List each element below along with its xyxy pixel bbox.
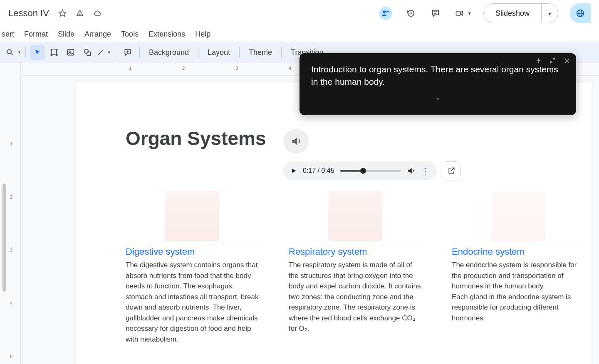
share-button[interactable]: [570, 3, 591, 23]
document-title[interactable]: Lesson IV: [8, 8, 49, 19]
audio-object[interactable]: [284, 129, 309, 154]
shape-tool[interactable]: [80, 45, 95, 60]
column-body[interactable]: The respiratory system is made of all of…: [289, 260, 422, 334]
instant-captions-button[interactable]: [379, 7, 392, 20]
comments-icon[interactable]: [429, 7, 442, 20]
content-columns: Digestive system The digestive system co…: [126, 191, 585, 344]
ruler-tick: 3: [10, 248, 21, 253]
meet-button[interactable]: ▼: [454, 9, 472, 17]
ruler-tick: 1: [129, 66, 131, 71]
image-icon: [67, 48, 75, 57]
svg-marker-0: [59, 10, 66, 17]
open-external-button[interactable]: [442, 161, 461, 180]
speaker-icon: [290, 135, 302, 147]
column-divider: [289, 243, 422, 243]
column-body[interactable]: The digestive system contains organs tha…: [126, 260, 259, 344]
column-heading[interactable]: Endocrine system: [452, 246, 585, 257]
menu-help[interactable]: Help: [195, 30, 210, 39]
shape-icon: [83, 48, 92, 57]
vertical-ruler: 1 2 3 4 5: [9, 63, 21, 364]
svg-rect-4: [386, 11, 389, 12]
close-button[interactable]: [564, 57, 570, 64]
column-endocrine[interactable]: Endocrine system The endocrine system is…: [452, 191, 585, 344]
expand-button[interactable]: [549, 57, 556, 64]
svg-rect-28: [87, 52, 90, 55]
svg-marker-10: [461, 11, 463, 15]
image-tool[interactable]: [63, 45, 78, 60]
caption-text: Introduction to organ systems. There are…: [311, 63, 564, 89]
svg-line-33: [451, 168, 454, 171]
svg-rect-16: [52, 50, 57, 55]
toolbar-separator: [198, 47, 198, 58]
version-history-icon[interactable]: [404, 7, 417, 20]
layout-button[interactable]: Layout: [203, 45, 235, 60]
comment-tool[interactable]: [120, 45, 135, 60]
menu-insert[interactable]: sert: [2, 30, 14, 39]
star-icon[interactable]: [58, 9, 67, 17]
column-heading[interactable]: Respiratory system: [289, 246, 422, 257]
magnifier-icon: [6, 48, 14, 57]
add-comment-icon: [124, 48, 132, 57]
caret-down-icon: ▼: [467, 11, 472, 16]
toolbar-separator: [239, 47, 240, 58]
caption-expand-toggle[interactable]: ⌄: [311, 93, 564, 102]
theme-button[interactable]: Theme: [244, 45, 277, 60]
expand-icon: [549, 57, 556, 64]
background-button[interactable]: Background: [144, 45, 194, 60]
menu-format[interactable]: Format: [24, 30, 48, 39]
zoom-tool[interactable]: ▼: [6, 45, 21, 60]
toolbar-separator: [281, 47, 282, 58]
menu-arrange[interactable]: Arrange: [84, 30, 111, 39]
caret-down-icon: ▼: [107, 50, 111, 54]
toolbar-separator: [139, 47, 140, 58]
volume-button[interactable]: [407, 167, 415, 175]
audio-progress-thumb[interactable]: [360, 168, 366, 174]
volume-icon: [407, 167, 415, 175]
menu-tools[interactable]: Tools: [121, 30, 139, 39]
menu-slide[interactable]: Slide: [58, 30, 74, 39]
column-heading[interactable]: Digestive system: [126, 246, 259, 257]
column-digestive[interactable]: Digestive system The digestive system co…: [126, 191, 259, 344]
digestive-image[interactable]: [165, 191, 219, 241]
pin-button[interactable]: [535, 57, 542, 64]
svg-line-15: [11, 54, 13, 55]
line-tool[interactable]: ▼: [97, 45, 111, 60]
menu-extensions[interactable]: Extensions: [149, 30, 185, 39]
ruler-tick: 4: [10, 301, 21, 306]
slideshow-dropdown[interactable]: ▼: [542, 10, 558, 17]
ruler-tick: 4: [289, 66, 291, 71]
svg-marker-32: [292, 169, 296, 173]
audio-player[interactable]: 0:17 / 0:45 ⋮: [283, 161, 437, 180]
move-icon[interactable]: [76, 9, 84, 17]
svg-rect-5: [386, 12, 389, 13]
caption-overlay[interactable]: Introduction to organ systems. There are…: [300, 53, 576, 115]
select-tool[interactable]: [30, 45, 45, 60]
svg-point-3: [383, 10, 386, 13]
play-button[interactable]: [290, 167, 297, 174]
ruler-tick: 1: [10, 141, 21, 146]
column-respiratory[interactable]: Respiratory system The respiratory syste…: [289, 191, 422, 344]
column-body[interactable]: The endocrine system is responsible for …: [452, 260, 585, 323]
slideshow-button[interactable]: Slideshow ▼: [483, 3, 558, 23]
audio-more-button[interactable]: ⋮: [421, 167, 429, 175]
caret-down-icon: ▼: [17, 50, 21, 54]
line-icon: [97, 49, 104, 56]
scrollbar-thumb[interactable]: [2, 184, 6, 292]
column-divider: [126, 243, 259, 243]
close-icon: [564, 57, 570, 64]
menu-bar: sert Format Slide Arrange Tools Extensio…: [0, 27, 599, 42]
slide-title[interactable]: Organ Systems: [126, 127, 266, 150]
audio-progress-track[interactable]: [340, 170, 401, 172]
pin-icon: [535, 57, 542, 64]
slide-canvas[interactable]: Organ Systems 0:17 / 0:45 ⋮: [76, 82, 592, 364]
chevron-down-icon: ⌄: [436, 94, 441, 101]
toolbar-separator: [116, 47, 116, 58]
textbox-tool[interactable]: [47, 45, 62, 60]
endocrine-image[interactable]: [491, 191, 545, 241]
open-external-icon: [447, 167, 455, 175]
play-icon: [290, 167, 297, 174]
slideshow-label: Slideshow: [484, 4, 542, 23]
respiratory-image[interactable]: [328, 191, 382, 241]
filmstrip-scrollbar[interactable]: [0, 63, 9, 364]
cloud-status-icon[interactable]: [93, 9, 101, 17]
